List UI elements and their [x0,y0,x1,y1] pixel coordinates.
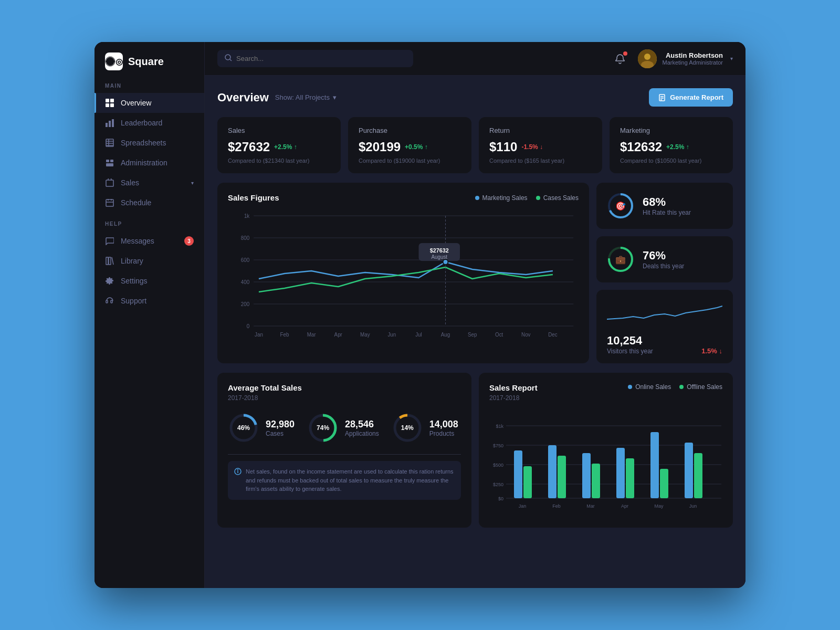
sales-report-header: Sales Report 2017-2018 Online Sales Offl… [489,383,722,412]
user-name: Austin Robertson [662,51,723,59]
show-filter[interactable]: Show: All Projects ▾ [275,93,337,101]
svg-text:Feb: Feb [552,503,561,509]
avg-sales-title: Average Total Sales [228,383,461,392]
search-input[interactable] [236,55,406,62]
user-profile[interactable]: Austin Robertson Marketing Administrator… [638,49,733,68]
sidebar-item-overview[interactable]: Overview [94,93,204,113]
hit-rate-info: 68% Hit Rate this year [643,195,691,216]
chart-legend: Marketing Sales Cases Sales [475,194,579,202]
sidebar-item-messages[interactable]: Messages 3 [94,231,204,251]
svg-text:Jan: Jan [255,332,263,338]
sidebar-item-schedule[interactable]: Schedule [94,193,204,213]
sales-report-legend: Online Sales Offline Sales [628,383,722,391]
stat-compare-return: Compared to ($165 last year) [489,158,592,164]
donut-cases: 46% 92,980 Cases [228,412,295,444]
administration-label: Administration [121,159,167,167]
notification-button[interactable] [611,49,629,68]
svg-rect-16 [106,160,109,162]
divider [228,454,461,455]
administration-icon [105,158,114,167]
svg-rect-89 [548,445,556,498]
svg-rect-19 [106,180,113,186]
logo-area: ◎ Square [94,52,204,83]
svg-text:600: 600 [241,257,250,263]
svg-rect-88 [523,466,532,498]
avg-sales-card: Average Total Sales 2017-2018 46% [217,373,471,528]
sidebar-item-library[interactable]: Library [94,251,204,271]
svg-rect-6 [106,103,109,107]
donut-apps-info: 28,546 Applications [345,419,379,437]
user-dropdown-arrow[interactable]: ▾ [730,56,733,61]
stat-change-return: -1.5% ↓ [521,143,543,151]
sidebar-item-leaderboard[interactable]: Leaderboard [94,113,204,133]
deals-value: 76% [643,249,684,262]
svg-rect-18 [106,163,113,166]
chart-title: Sales Figures [228,193,279,202]
svg-text:Jun: Jun [387,332,396,338]
legend-label-cases: Cases Sales [543,194,579,202]
sales-report-title: Sales Report [489,383,538,392]
svg-text:0: 0 [247,323,250,329]
notification-dot [623,51,627,56]
stat-card-purchase: Purchase $20199 +0.5% ↑ Compared to ($19… [348,117,471,173]
donut-cases-label: 46% [237,424,250,432]
donut-cases-value: 92,980 [266,419,295,430]
svg-rect-92 [592,464,600,498]
svg-rect-2 [106,61,115,62]
search-bar[interactable] [217,50,413,67]
svg-text:Nov: Nov [521,332,531,338]
page-header: Overview Show: All Projects ▾ Generate R… [217,88,733,107]
user-role: Marketing Administrator [662,59,723,66]
svg-point-29 [644,54,650,60]
logo-text: Square [128,56,164,68]
donut-cases-name: Cases [266,430,295,437]
sidebar-item-sales[interactable]: Sales ▾ [94,173,204,193]
generate-report-button[interactable]: Generate Report [649,88,733,107]
stat-value-sales: $27632 +2.5% ↑ [228,140,330,154]
support-icon [105,296,114,306]
chart-header: Sales Figures Marketing Sales Cases Sale… [228,193,579,202]
logo-icon: ◎ [105,52,123,70]
sales-chart-svg: 1k 800 600 400 200 0 Jan Feb Mar Apr May [228,211,579,347]
stat-value-return: $110 -1.5% ↓ [489,140,592,154]
sales-label: Sales [121,178,139,187]
svg-text:$750: $750 [493,443,503,448]
chart-area: 1k 800 600 400 200 0 Jan Feb Mar Apr May [228,211,579,349]
leaderboard-icon [105,118,114,128]
stat-card-return: Return $110 -1.5% ↓ Compared to ($165 la… [479,117,602,173]
stat-compare-marketing: Compared to ($10500 last year) [620,158,722,164]
settings-label: Settings [121,277,148,285]
svg-text:Feb: Feb [280,332,289,338]
legend-marketing: Marketing Sales [475,194,528,202]
info-icon [234,468,242,475]
sales-report-chart: $1k $750 $500 $250 $0 [489,421,722,515]
middle-row: Sales Figures Marketing Sales Cases Sale… [217,183,733,363]
legend-dot-cases [536,196,540,200]
generate-report-label: Generate Report [670,93,723,101]
legend-dot-offline [679,385,684,389]
bottom-row: Average Total Sales 2017-2018 46% [217,373,733,528]
sidebar-item-spreadsheets[interactable]: Spreadsheets [94,133,204,153]
svg-point-63 [443,259,448,265]
svg-text:May: May [360,332,370,338]
svg-rect-97 [685,443,693,498]
sales-report-card: Sales Report 2017-2018 Online Sales Offl… [479,373,733,528]
stat-card-marketing: Marketing $12632 +2.5% ↑ Compared to ($1… [610,117,733,173]
avg-sales-subtitle: 2017-2018 [228,394,461,402]
sidebar-item-settings[interactable]: Settings [94,271,204,291]
svg-text:Aug: Aug [441,332,450,338]
visitors-info: 10,254 Visitors this year [607,334,653,355]
page-title-area: Overview Show: All Projects ▾ [217,91,337,104]
schedule-icon [105,198,114,207]
legend-cases: Cases Sales [536,194,579,202]
stat-label-marketing: Marketing [620,127,722,134]
stat-card-sales: Sales $27632 +2.5% ↑ Compared to ($21340… [217,117,341,173]
sidebar-item-administration[interactable]: Administration [94,153,204,173]
sidebar-item-support[interactable]: Support [94,291,204,311]
stat-value-purchase: $20199 +0.5% ↑ [359,140,461,154]
svg-line-27 [230,59,232,61]
visitors-bottom: 10,254 Visitors this year 1.5% ↓ [607,334,722,355]
visitors-change: 1.5% ↓ [701,347,722,355]
card-note: Net sales, found on the income statement… [228,461,461,500]
svg-rect-4 [106,99,109,102]
